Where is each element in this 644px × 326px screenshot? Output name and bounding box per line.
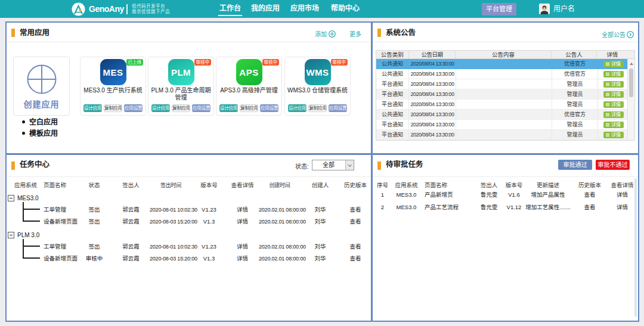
announcement-rows: 公共通知2020/08/04 13:30:00优倍官方详情公共通知2020/08… <box>376 59 634 140</box>
announcement-type: 平台通知 <box>376 120 409 130</box>
announcement-detail-button[interactable]: 详情 <box>603 132 624 138</box>
tree-collapse-icon[interactable] <box>8 232 14 238</box>
task-history-link[interactable]: 查看 <box>340 241 371 253</box>
wms-app-name: WMS3.0 仓储管理系统 <box>285 87 350 101</box>
platform-admin-button[interactable]: 平台管理 <box>482 3 516 15</box>
nav-help-center[interactable]: 帮助中心 <box>331 0 360 18</box>
announcements-scrollbar[interactable] <box>627 59 634 140</box>
announcement-detail-cell: 详情 <box>598 130 628 140</box>
mes-config-button[interactable]: 应用设置 <box>124 104 143 112</box>
wms-design-button[interactable]: 设计应用 <box>288 104 306 112</box>
panel-task-center: 任务中心 状态: 全部 应用系统 页面名称 状态 签出人 签出时间 版本号 查看… <box>7 155 373 321</box>
task-version: V1.3 <box>192 216 226 228</box>
announcement-detail-button[interactable]: 详情 <box>603 81 624 88</box>
task-detail-link[interactable]: 详情 <box>226 204 259 216</box>
announcement-detail-button[interactable]: 详情 <box>603 101 624 108</box>
panel-approvals: 待审批任务 审批通过 审批不通过 序号 应用系统 页面名称 签出人 版本号 更新… <box>373 155 638 321</box>
panel-title-common-apps: 常用应用 <box>20 29 49 37</box>
wms-copy-button[interactable]: 复制应用 <box>308 104 327 112</box>
task-history-link[interactable]: 查看 <box>340 204 371 216</box>
announcement-detail-button[interactable]: 详情 <box>603 61 624 67</box>
task-creator: 刘华 <box>301 216 340 228</box>
announcement-row[interactable]: 公共通知2020/08/04 13:30:00优倍官方详情 <box>376 69 634 79</box>
approval-detail-link[interactable]: 详情 <box>606 188 638 201</box>
nav-my-apps[interactable]: 我的应用 <box>251 0 280 18</box>
announcement-row[interactable]: 公共通知2020/08/04 13:30:00优倍官方详情 <box>376 110 634 120</box>
blank-app-option[interactable]: 空白应用 <box>22 117 58 128</box>
wms-status-badge: 审核中 <box>331 59 348 66</box>
tree-collapse-icon[interactable] <box>8 195 14 201</box>
add-app-link[interactable]: 添加 <box>315 29 336 38</box>
reject-button[interactable]: 审批不通过 <box>596 160 630 170</box>
announcement-detail-button[interactable]: 详情 <box>603 71 624 77</box>
plm-config-button[interactable]: 应用设置 <box>192 104 210 112</box>
plm-app-icon: PLM <box>168 59 194 85</box>
task-row[interactable]: 工单管理签出郭云霞2020-08-01 10:02:30V1.23详情2020.… <box>7 241 371 253</box>
approval-detail-link[interactable]: 详情 <box>606 201 638 213</box>
select-arrow-box <box>345 160 354 170</box>
aps-config-button[interactable]: 应用设置 <box>260 104 278 112</box>
aps-design-button[interactable]: 设计应用 <box>219 104 238 112</box>
user-avatar[interactable] <box>539 4 550 14</box>
approve-button[interactable]: 审批通过 <box>558 160 592 170</box>
announcement-detail-cell: 详情 <box>598 69 628 79</box>
status-filter-value: 全部 <box>312 160 345 170</box>
plm-design-button[interactable]: 设计应用 <box>151 104 170 112</box>
task-history-link[interactable]: 查看 <box>340 253 371 265</box>
announcement-row[interactable]: 公共通知2020/08/04 13:30:00优倍官方详情 <box>376 59 634 69</box>
wms-config-button[interactable]: 应用设置 <box>329 104 347 112</box>
task-row[interactable]: 设备新增页面审核中郭云霞2020-08-03 15:20:00V1.3详情202… <box>7 253 371 265</box>
plm-status-badge: 审核中 <box>194 59 212 66</box>
status-filter-select[interactable]: 全部 <box>312 160 354 170</box>
scroll-up-icon[interactable] <box>630 61 633 65</box>
task-group-row: PLM 3.0 <box>7 230 371 241</box>
announcement-row[interactable]: 平台通知2020/08/04 13:30:00管理员详情 <box>376 79 634 89</box>
task-version: V1.23 <box>192 204 226 216</box>
task-page-name: 工单管理 <box>41 241 76 253</box>
all-announcements-link[interactable]: 全部公告 <box>602 30 634 39</box>
app-card-mes[interactable]: MES 已上线 MES3.0 生产执行系统 设计应用 复制应用 应用设置 <box>80 57 146 116</box>
plm-copy-button[interactable]: 复制应用 <box>172 104 190 112</box>
announcement-date: 2020/08/04 13:30:00 <box>409 120 456 130</box>
approval-history-link[interactable]: 查看 <box>573 188 606 201</box>
task-history-link[interactable]: 查看 <box>340 216 371 228</box>
approval-row[interactable]: 2MES3.0产品工艺流程鲁元雯V1.12增加工艺属性.......查看详情 <box>373 201 638 213</box>
announcement-type: 公共通知 <box>376 110 409 120</box>
task-checkout-time: 2020-08-01 10:02:30 <box>150 204 192 216</box>
task-detail-link[interactable]: 详情 <box>226 216 259 228</box>
app-card-aps[interactable]: APS 审核中 APS3.0 高级排产管理 设计应用 复制应用 应用设置 <box>216 57 282 116</box>
approval-row[interactable]: 1MES3.0产品新增页鲁元雯V1.6增加产品属性查看详情 <box>373 188 638 201</box>
aps-copy-button[interactable]: 复制应用 <box>240 104 258 112</box>
create-app-card[interactable]: 创建应用 <box>13 57 70 116</box>
col-status: 状态 <box>76 179 112 191</box>
announcement-row[interactable]: 平台通知2020/08/04 13:30:00管理员详情 <box>376 120 634 130</box>
announcement-row[interactable]: 平台通知2020/08/04 13:30:00管理员详情 <box>376 130 634 140</box>
app-card-plm[interactable]: PLM 审核中 PLM 3.0 产品生命周期管理 设计应用 复制应用 应用设置 <box>148 57 214 116</box>
app-card-wms[interactable]: WMS 审核中 WMS3.0 仓储管理系统 设计应用 复制应用 应用设置 <box>284 57 351 116</box>
more-apps-link[interactable]: 更多 <box>349 29 361 38</box>
mes-design-button[interactable]: 设计应用 <box>83 104 102 112</box>
col-checkout-time: 签出时间 <box>150 179 192 191</box>
approval-history-link[interactable]: 查看 <box>573 201 606 213</box>
username-label[interactable]: 用户名 <box>553 0 575 18</box>
announcement-row[interactable]: 平台通知2020/08/04 13:30:00管理员详情 <box>376 100 634 110</box>
announcement-detail-button[interactable]: 详情 <box>603 91 624 98</box>
task-detail-link[interactable]: 详情 <box>226 241 259 253</box>
approval-no: 2 <box>373 201 392 213</box>
scrollbar-thumb[interactable] <box>629 69 633 97</box>
template-app-option[interactable]: 模板应用 <box>22 128 58 139</box>
announcement-row[interactable]: 平台通知2020/08/04 13:30:00管理员详情 <box>376 89 634 100</box>
panel-divider <box>7 176 371 177</box>
task-row[interactable]: 设备新增页面签出郭云霞2020-08-03 15:20:00V1.3详情2020… <box>7 216 371 228</box>
approvals-scrollbar[interactable] <box>634 178 637 317</box>
mes-copy-button[interactable]: 复制应用 <box>104 104 122 112</box>
task-detail-link[interactable]: 详情 <box>226 253 259 265</box>
announcement-detail-button[interactable]: 详情 <box>603 122 624 128</box>
announcement-detail-button[interactable]: 详情 <box>603 111 624 118</box>
announcement-content <box>456 79 552 89</box>
nav-app-market[interactable]: 应用市场 <box>290 0 319 18</box>
task-create-time: 2020.02.01 08:00:00 <box>259 204 301 216</box>
nav-workbench[interactable]: 工作台 <box>219 0 241 18</box>
plm-app-name: PLM 3.0 产品生命周期管理 <box>148 87 213 101</box>
task-row[interactable]: 工单管理签出郭云霞2020-08-01 10:02:30V1.23详情2020.… <box>7 204 371 216</box>
